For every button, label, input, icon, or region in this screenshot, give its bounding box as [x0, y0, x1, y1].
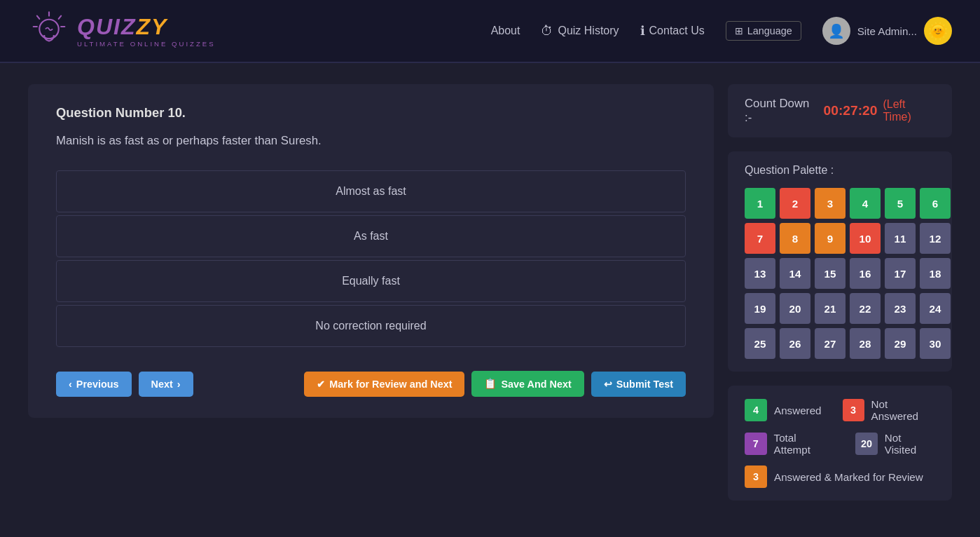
- palette-num-24[interactable]: 24: [920, 293, 951, 324]
- mark-review-label: Mark for Review and Next: [329, 379, 452, 390]
- save-next-button[interactable]: 📋 Save And Next: [471, 371, 584, 397]
- palette-num-29[interactable]: 29: [885, 328, 916, 359]
- nav-about[interactable]: About: [491, 25, 520, 37]
- marked-review-label: Answered & Marked for Review: [774, 471, 923, 483]
- palette-num-13[interactable]: 13: [745, 258, 775, 289]
- logo-suffix: ZY: [136, 14, 167, 39]
- prev-arrow-icon: ‹: [69, 379, 72, 390]
- question-text: Manish is as fast as or perhaps faster t…: [56, 132, 686, 149]
- language-button[interactable]: ⊞ Language: [726, 21, 801, 41]
- not-visited-badge: 20: [855, 433, 878, 455]
- svg-line-1: [37, 16, 39, 19]
- legend-row-3: 3 Answered & Marked for Review: [745, 465, 935, 488]
- total-attempt-badge: 7: [745, 433, 767, 455]
- palette-num-18[interactable]: 18: [920, 258, 951, 289]
- sidebar: Count Down :- 00:27:20 (Left Time) Quest…: [728, 84, 952, 501]
- palette-num-1[interactable]: 1: [745, 188, 775, 219]
- submit-icon: ↩: [604, 379, 612, 390]
- palette-num-21[interactable]: 21: [815, 293, 846, 324]
- history-icon: ⏱: [541, 24, 553, 39]
- logo-prefix: QUIZ: [77, 14, 136, 39]
- palette-num-25[interactable]: 25: [745, 328, 775, 359]
- legend-row-1: 4 Answered 3 Not Answered: [745, 398, 935, 422]
- palette-box: Question Palette : 123456789101112131415…: [728, 151, 952, 372]
- palette-num-10[interactable]: 10: [850, 223, 881, 254]
- palette-num-12[interactable]: 12: [920, 223, 951, 254]
- not-answered-label: Not Answered: [871, 398, 935, 422]
- palette-num-26[interactable]: 26: [780, 328, 810, 359]
- avatar: 👤: [822, 17, 850, 45]
- submit-label: Submit Test: [616, 379, 673, 390]
- previous-label: Previous: [76, 379, 119, 390]
- main-layout: Question Number 10. Manish is as fast as…: [0, 63, 980, 522]
- save-next-label: Save And Next: [501, 379, 571, 390]
- palette-num-17[interactable]: 17: [885, 258, 916, 289]
- palette-num-22[interactable]: 22: [850, 293, 881, 324]
- option-2[interactable]: As fast: [56, 215, 686, 257]
- palette-num-8[interactable]: 8: [780, 223, 810, 254]
- logo-icon: [28, 10, 70, 52]
- user-area: 👤 Site Admin... 🌞: [822, 17, 952, 45]
- palette-num-16[interactable]: 16: [850, 258, 881, 289]
- palette-num-7[interactable]: 7: [745, 223, 775, 254]
- contact-icon: ℹ: [640, 24, 645, 39]
- action-bar: ‹ Previous Next › ✔ Mark for Review and …: [56, 371, 686, 397]
- palette-num-27[interactable]: 27: [815, 328, 846, 359]
- palette-num-2[interactable]: 2: [780, 188, 810, 219]
- options-list: Almost as fast As fast Equally fast No c…: [56, 170, 686, 350]
- svg-line-2: [59, 16, 61, 19]
- countdown-box: Count Down :- 00:27:20 (Left Time): [728, 84, 952, 137]
- legend-total-attempt: 7 Total Attempt: [745, 432, 834, 456]
- legend-not-answered: 3 Not Answered: [843, 398, 935, 422]
- logo: QUIZZY ULTIMATE ONLINE QUIZZES: [28, 10, 216, 52]
- previous-button[interactable]: ‹ Previous: [56, 372, 132, 397]
- legend-answered: 4 Answered: [745, 399, 822, 421]
- not-visited-label: Not Visited: [885, 432, 935, 456]
- palette-num-19[interactable]: 19: [745, 293, 775, 324]
- countdown-suffix: (Left Time): [883, 98, 935, 123]
- save-icon: 📋: [484, 378, 497, 390]
- palette-num-15[interactable]: 15: [815, 258, 846, 289]
- logo-subtitle: ULTIMATE ONLINE QUIZZES: [77, 40, 216, 48]
- nav-contact-us[interactable]: ℹ Contact Us: [640, 24, 705, 39]
- submit-test-button[interactable]: ↩ Submit Test: [591, 372, 686, 397]
- option-4[interactable]: No correction required: [56, 305, 686, 347]
- answered-label: Answered: [774, 405, 822, 416]
- question-panel: Question Number 10. Manish is as fast as…: [28, 84, 714, 418]
- palette-grid: 1234567891011121314151617181920212223242…: [745, 188, 935, 359]
- lang-icon: ⊞: [735, 25, 743, 36]
- logo-text: QUIZZY ULTIMATE ONLINE QUIZZES: [77, 14, 216, 48]
- question-number: Question Number 10.: [56, 105, 686, 121]
- total-attempt-label: Total Attempt: [774, 432, 835, 456]
- next-button[interactable]: Next ›: [139, 372, 193, 397]
- answered-badge: 4: [745, 399, 767, 421]
- palette-num-20[interactable]: 20: [780, 293, 810, 324]
- palette-num-23[interactable]: 23: [885, 293, 916, 324]
- option-1[interactable]: Almost as fast: [56, 170, 686, 212]
- palette-num-3[interactable]: 3: [815, 188, 846, 219]
- language-label: Language: [747, 25, 792, 36]
- palette-num-6[interactable]: 6: [920, 188, 951, 219]
- check-icon: ✔: [317, 379, 325, 390]
- countdown-time: 00:27:20: [824, 103, 878, 118]
- palette-num-11[interactable]: 11: [885, 223, 916, 254]
- legend-row-2: 7 Total Attempt 20 Not Visited: [745, 432, 935, 456]
- palette-num-9[interactable]: 9: [815, 223, 846, 254]
- nav-quiz-history[interactable]: ⏱ Quiz History: [541, 24, 619, 39]
- palette-num-5[interactable]: 5: [885, 188, 916, 219]
- next-arrow-icon: ›: [177, 379, 181, 390]
- palette-num-14[interactable]: 14: [780, 258, 810, 289]
- next-label: Next: [151, 379, 173, 390]
- palette-num-4[interactable]: 4: [850, 188, 881, 219]
- marked-review-badge: 3: [745, 465, 767, 488]
- contact-us-label: Contact Us: [649, 25, 705, 37]
- option-3[interactable]: Equally fast: [56, 260, 686, 302]
- palette-num-30[interactable]: 30: [920, 328, 951, 359]
- legend-marked-review: 3 Answered & Marked for Review: [745, 465, 923, 488]
- palette-num-28[interactable]: 28: [850, 328, 881, 359]
- not-answered-badge: 3: [843, 399, 864, 421]
- main-nav: About ⏱ Quiz History ℹ Contact Us ⊞ Lang…: [491, 17, 952, 45]
- mark-review-button[interactable]: ✔ Mark for Review and Next: [304, 372, 464, 397]
- about-label: About: [491, 25, 520, 37]
- logo-brand: QUIZZY: [77, 14, 216, 40]
